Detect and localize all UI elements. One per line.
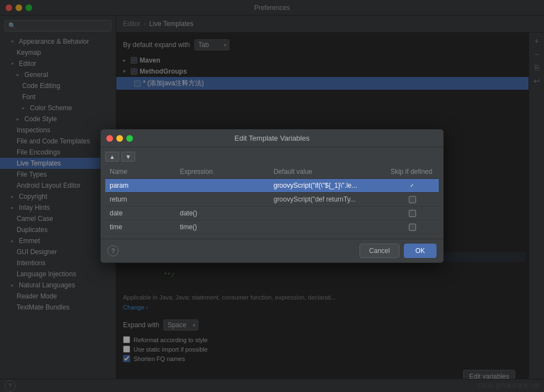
skip-checkbox-return[interactable]	[409, 196, 416, 203]
cell-skip-date[interactable]	[386, 207, 439, 220]
modal-minimize-button[interactable]	[116, 135, 123, 142]
table-row-time[interactable]: time time()	[105, 220, 439, 234]
col-header-expression: Expression	[176, 165, 269, 179]
modal-close-button[interactable]	[106, 135, 113, 142]
cell-name-param: param	[105, 179, 176, 193]
table-row-return[interactable]: return groovyScript("def returnTy...	[105, 193, 439, 207]
edit-template-variables-dialog: Edit Template Variables ▲ ▼ Name Express…	[100, 129, 444, 263]
cell-default-date	[269, 207, 386, 220]
cell-skip-return[interactable]	[386, 193, 439, 207]
skip-checkbox-param[interactable]	[409, 182, 416, 189]
table-row-param[interactable]: param groovyScript("if(\"${_1}\".le...	[105, 179, 439, 193]
modal-title: Edit Template Variables	[234, 134, 309, 142]
cell-expression-return	[176, 193, 269, 207]
help-button[interactable]: ?	[107, 245, 119, 256]
cell-skip-param[interactable]	[386, 179, 439, 193]
modal-footer: ? Cancel OK	[101, 239, 443, 262]
modal-action-buttons: Cancel OK	[360, 244, 437, 258]
col-header-name: Name	[105, 165, 176, 179]
cell-default-param: groovyScript("if(\"${_1}\".le...	[269, 179, 386, 193]
cell-default-return: groovyScript("def returnTy...	[269, 193, 386, 207]
table-row-date[interactable]: date date()	[105, 207, 439, 220]
cell-name-time: time	[105, 220, 176, 234]
skip-checkbox-date[interactable]	[409, 210, 416, 217]
modal-toolbar: ▲ ▼	[105, 152, 439, 162]
cell-expression-date: date()	[176, 207, 269, 220]
cell-expression-param	[176, 179, 269, 193]
skip-checkbox-time[interactable]	[409, 224, 416, 231]
col-header-default: Default value	[269, 165, 386, 179]
cell-name-return: return	[105, 193, 176, 207]
modal-body: ▲ ▼ Name Expression Default value Skip i…	[101, 147, 443, 239]
modal-maximize-button[interactable]	[126, 135, 133, 142]
cell-default-time	[269, 220, 386, 234]
ok-button[interactable]: OK	[404, 244, 437, 258]
modal-titlebar: Edit Template Variables	[101, 130, 443, 147]
cell-skip-time[interactable]	[386, 220, 439, 234]
modal-window-controls	[106, 135, 133, 142]
cell-expression-time: time()	[176, 220, 269, 234]
cell-name-date: date	[105, 207, 176, 220]
modal-overlay: Edit Template Variables ▲ ▼ Name Express…	[0, 0, 544, 392]
col-header-skip: Skip if defined	[386, 165, 439, 179]
move-down-button[interactable]: ▼	[121, 152, 135, 162]
move-up-button[interactable]: ▲	[105, 152, 119, 162]
variables-table: Name Expression Default value Skip if de…	[105, 165, 439, 234]
cancel-button[interactable]: Cancel	[360, 244, 399, 258]
